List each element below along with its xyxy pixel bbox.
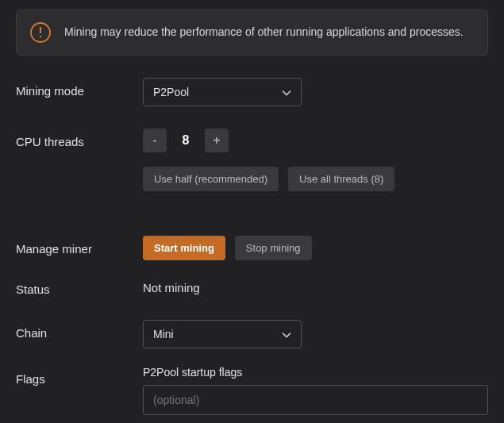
flags-field-label: P2Pool startup flags <box>143 366 488 379</box>
stop-mining-button[interactable]: Stop mining <box>235 236 312 260</box>
cpu-threads-label: CPU threads <box>16 129 143 148</box>
use-half-button[interactable]: Use half (recommended) <box>143 167 279 191</box>
threads-decrement-button[interactable]: - <box>143 129 167 152</box>
manage-miner-label: Manage miner <box>16 236 143 256</box>
status-label: Status <box>16 276 143 296</box>
warning-banner: Mining may reduce the performance of oth… <box>16 10 488 56</box>
chain-label: Chain <box>16 320 143 340</box>
status-value: Not mining <box>143 276 488 294</box>
mining-mode-value: P2Pool <box>153 86 189 98</box>
mining-mode-row: Mining mode P2Pool <box>16 78 488 106</box>
start-mining-button[interactable]: Start mining <box>143 236 225 260</box>
cpu-threads-stepper: - 8 + <box>143 129 488 152</box>
flags-row: Flags P2Pool startup flags <box>16 366 488 415</box>
status-row: Status Not mining <box>16 276 488 296</box>
cpu-threads-row: CPU threads - 8 + <box>16 129 488 152</box>
chevron-down-icon <box>282 86 291 98</box>
flags-input[interactable] <box>143 385 488 415</box>
svg-rect-1 <box>40 27 41 33</box>
mining-mode-select[interactable]: P2Pool <box>143 78 302 106</box>
use-all-button[interactable]: Use all threads (8) <box>288 167 394 191</box>
warning-icon <box>29 21 52 44</box>
chain-select[interactable]: Mini <box>143 320 302 348</box>
threads-value: 8 <box>167 133 205 148</box>
svg-rect-2 <box>40 36 41 37</box>
warning-text: Mining may reduce the performance of oth… <box>64 25 464 40</box>
flags-label: Flags <box>16 366 143 386</box>
threads-increment-button[interactable]: + <box>205 129 229 152</box>
manage-miner-row: Manage miner Start mining Stop mining <box>16 236 488 260</box>
mining-mode-label: Mining mode <box>16 78 143 98</box>
thread-preset-row: Use half (recommended) Use all threads (… <box>16 167 488 191</box>
chevron-down-icon <box>282 328 291 340</box>
chain-value: Mini <box>153 328 174 340</box>
chain-row: Chain Mini <box>16 320 488 348</box>
